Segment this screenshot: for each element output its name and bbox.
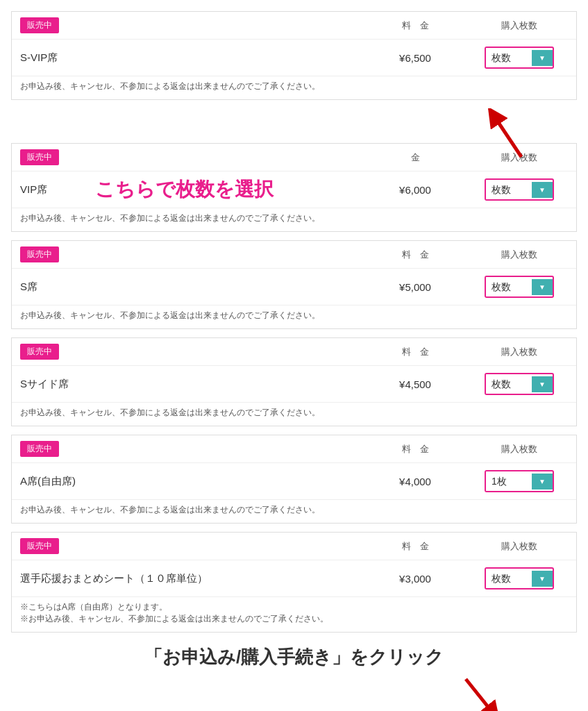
qty-cell-support: 枚数 1枚 2枚 3枚 4枚 bbox=[471, 567, 568, 589]
ticket-data-a: A席(自由席) ¥4,000 1枚 枚数 2枚 3枚 4枚 bbox=[12, 463, 576, 500]
qty-select-s[interactable]: 枚数 1枚 2枚 3枚 4枚 bbox=[486, 277, 532, 296]
qty-dropdown-s[interactable] bbox=[532, 279, 553, 295]
qty-select-vip[interactable]: 枚数 1枚 2枚 3枚 4枚 bbox=[486, 180, 532, 199]
qty-dropdown-vip[interactable] bbox=[532, 182, 553, 198]
ticket-price-support: ¥3,000 bbox=[373, 573, 457, 585]
red-arrow-bottom bbox=[459, 672, 507, 711]
ticket-header-svip: 販売中 料 金 購入枚数 bbox=[12, 12, 576, 40]
col-qty-header-s: 購入枚数 bbox=[471, 249, 568, 261]
qty-dropdown-support[interactable] bbox=[532, 571, 553, 587]
ticket-name-sside: Sサイド席 bbox=[20, 378, 373, 391]
ticket-note-support-line1: ※こちらはA席（自由席）となります。 bbox=[20, 601, 568, 613]
ticket-name-support: 選手応援おまとめシート（１０席単位） bbox=[20, 572, 373, 585]
bottom-instruction: 「お申込み/購入手続き」をクリック bbox=[11, 645, 577, 669]
qty-select-wrapper-a[interactable]: 1枚 枚数 2枚 3枚 4枚 bbox=[485, 470, 554, 492]
ticket-price-vip: ¥6,000 bbox=[373, 184, 457, 196]
ticket-note-s: お申込み後、キャンセル、不参加による返金は出来ませんのでご了承ください。 bbox=[12, 306, 576, 328]
ticket-data-support: 選手応援おまとめシート（１０席単位） ¥3,000 枚数 1枚 2枚 3枚 4枚 bbox=[12, 560, 576, 597]
qty-select-wrapper-s[interactable]: 枚数 1枚 2枚 3枚 4枚 bbox=[485, 276, 554, 298]
qty-cell-vip: 枚数 1枚 2枚 3枚 4枚 bbox=[471, 178, 568, 201]
qty-cell-sside: 枚数 1枚 2枚 3枚 4枚 bbox=[471, 373, 568, 395]
qty-select-wrapper-support[interactable]: 枚数 1枚 2枚 3枚 4枚 bbox=[485, 567, 554, 589]
qty-select-support[interactable]: 枚数 1枚 2枚 3枚 4枚 bbox=[486, 569, 532, 588]
ticket-name-a: A席(自由席) bbox=[20, 475, 373, 488]
on-sale-badge-svip: 販売中 bbox=[20, 17, 59, 33]
col-qty-header-a: 購入枚数 bbox=[471, 443, 568, 455]
col-qty-header-support: 購入枚数 bbox=[471, 540, 568, 553]
on-sale-badge-s: 販売中 bbox=[20, 246, 59, 262]
ticket-note-support-line2: ※お申込み後、キャンセル、不参加による返金は出来ませんのでご了承ください。 bbox=[20, 613, 568, 625]
qty-select-wrapper-svip[interactable]: 枚数 1枚 2枚 3枚 4枚 bbox=[485, 47, 554, 69]
ticket-section-support: 販売中 料 金 購入枚数 選手応援おまとめシート（１０席単位） ¥3,000 枚… bbox=[11, 532, 577, 633]
on-sale-badge-a: 販売中 bbox=[20, 441, 59, 457]
col-qty-header-svip: 購入枚数 bbox=[471, 19, 568, 32]
ticket-data-sside: Sサイド席 ¥4,500 枚数 1枚 2枚 3枚 4枚 bbox=[12, 366, 576, 403]
ticket-note-support: ※こちらはA席（自由席）となります。 ※お申込み後、キャンセル、不参加による返金… bbox=[12, 597, 576, 632]
ticket-header-sside: 販売中 料 金 購入枚数 bbox=[12, 338, 576, 366]
bottom-arrow-wrapper bbox=[11, 672, 577, 711]
col-price-header-a: 料 金 bbox=[373, 443, 457, 455]
ticket-data-svip: S-VIP席 ¥6,500 枚数 1枚 2枚 3枚 4枚 bbox=[12, 40, 576, 76]
ticket-price-a: ¥4,000 bbox=[373, 476, 457, 487]
col-price-header-s: 料 金 bbox=[373, 249, 457, 261]
ticket-data-vip: VIP席 こちらで枚数を選択 ¥6,000 枚数 1枚 2枚 3枚 4枚 bbox=[12, 172, 576, 208]
on-sale-badge-sside: 販売中 bbox=[20, 344, 59, 360]
ticket-price-svip: ¥6,500 bbox=[373, 52, 457, 64]
svg-line-1 bbox=[494, 115, 521, 157]
ticket-section-s: 販売中 料 金 購入枚数 S席 ¥5,000 枚数 1枚 2枚 3枚 bbox=[11, 240, 577, 329]
qty-cell-a: 1枚 枚数 2枚 3枚 4枚 bbox=[471, 470, 568, 492]
ticket-note-sside: お申込み後、キャンセル、不参加による返金は出来ませんのでご了承ください。 bbox=[12, 403, 576, 426]
qty-select-wrapper-vip[interactable]: 枚数 1枚 2枚 3枚 4枚 bbox=[485, 178, 554, 201]
ticket-note-vip: お申込み後、キャンセル、不参加による返金は出来ませんのでご了承ください。 bbox=[12, 208, 576, 231]
ticket-name-svip: S-VIP席 bbox=[20, 51, 373, 65]
ticket-section-svip: 販売中 料 金 購入枚数 S-VIP席 ¥6,500 枚数 1枚 2枚 3枚 bbox=[11, 11, 577, 100]
red-arrow-svip bbox=[480, 108, 535, 164]
ticket-price-s: ¥5,000 bbox=[373, 281, 457, 293]
col-qty-header-sside: 購入枚数 bbox=[471, 346, 568, 358]
qty-select-svip[interactable]: 枚数 1枚 2枚 3枚 4枚 bbox=[486, 48, 532, 67]
col-price-header-sside: 料 金 bbox=[373, 346, 457, 358]
ticket-data-s: S席 ¥5,000 枚数 1枚 2枚 3枚 4枚 bbox=[12, 269, 576, 306]
ticket-note-svip: お申込み後、キャンセル、不参加による返金は出来ませんのでご了承ください。 bbox=[12, 76, 576, 99]
ticket-header-a: 販売中 料 金 購入枚数 bbox=[12, 435, 576, 463]
ticket-section-a: 販売中 料 金 購入枚数 A席(自由席) ¥4,000 1枚 枚数 2枚 3枚 bbox=[11, 435, 577, 524]
qty-select-wrapper-sside[interactable]: 枚数 1枚 2枚 3枚 4枚 bbox=[485, 373, 554, 395]
ticket-name-vip: VIP席 bbox=[20, 183, 373, 196]
qty-dropdown-svip[interactable] bbox=[532, 50, 553, 66]
ticket-section-sside: 販売中 料 金 購入枚数 Sサイド席 ¥4,500 枚数 1枚 2枚 3枚 bbox=[11, 337, 577, 426]
page-container: 販売中 料 金 購入枚数 S-VIP席 ¥6,500 枚数 1枚 2枚 3枚 bbox=[11, 11, 577, 711]
qty-cell-svip: 枚数 1枚 2枚 3枚 4枚 bbox=[471, 47, 568, 69]
qty-dropdown-a[interactable] bbox=[532, 474, 553, 490]
qty-select-a[interactable]: 1枚 枚数 2枚 3枚 4枚 bbox=[486, 471, 532, 491]
ticket-note-a: お申込み後、キャンセル、不参加による返金は出来ませんのでご了承ください。 bbox=[12, 500, 576, 523]
col-price-header-support: 料 金 bbox=[373, 540, 457, 553]
ticket-header-support: 販売中 料 金 購入枚数 bbox=[12, 533, 576, 560]
svg-line-3 bbox=[466, 679, 494, 711]
ticket-price-sside: ¥4,500 bbox=[373, 378, 457, 390]
ticket-name-s: S席 bbox=[20, 281, 373, 294]
on-sale-badge-support: 販売中 bbox=[20, 538, 59, 554]
qty-cell-s: 枚数 1枚 2枚 3枚 4枚 bbox=[471, 276, 568, 298]
qty-select-sside[interactable]: 枚数 1枚 2枚 3枚 4枚 bbox=[486, 374, 532, 394]
arrow-svip-wrapper bbox=[11, 108, 577, 164]
col-price-header-svip: 料 金 bbox=[373, 19, 457, 32]
ticket-header-s: 販売中 料 金 購入枚数 bbox=[12, 241, 576, 269]
qty-dropdown-sside[interactable] bbox=[532, 376, 553, 392]
